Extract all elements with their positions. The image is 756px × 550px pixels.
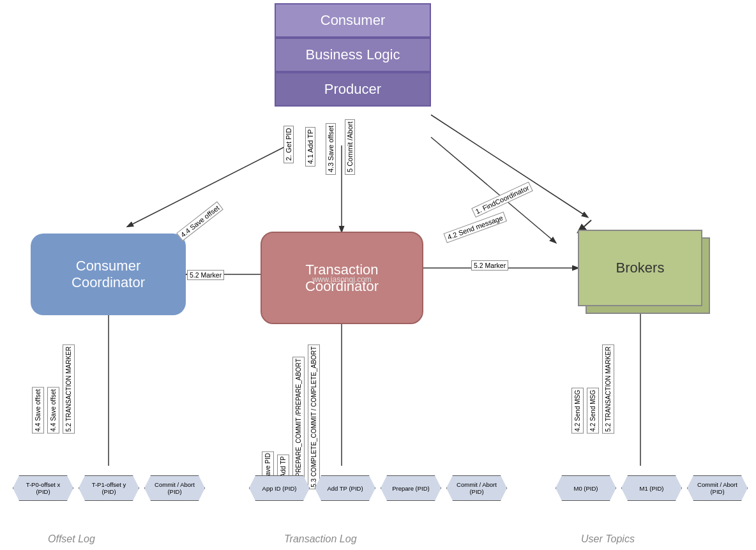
producer-box: Producer xyxy=(275,72,431,107)
prepare-commit-v: 5.1 PREPARE_COMMIT /PREPARE_ABORT xyxy=(292,357,305,489)
tx-log-item-3: Commit / Abort (PID) xyxy=(446,475,507,501)
business-logic-box: Business Logic xyxy=(275,38,431,72)
tx-log-item-0: App ID (PID) xyxy=(249,475,310,501)
user-topics-item-0: M0 (PID) xyxy=(556,475,616,501)
save-offset-44-diag-label: 4.4 Save offset xyxy=(176,201,223,241)
complete-commit-v: 5.3 COMPLETE_COMMIT / COMPLETE_ABORT xyxy=(308,345,320,489)
tx-log-item-1: Add TP (PID) xyxy=(315,475,375,501)
send-msg-v1: 4.2 Send MSG xyxy=(571,388,584,434)
send-msg-v2: 4.2 Send MSG xyxy=(587,388,599,434)
add-tp-label: 4.1 Add TP xyxy=(305,127,315,167)
offset-log-item-2: Commit / Abort (PID) xyxy=(144,475,205,501)
offset-log-item-0: T-P0-offset x (PID) xyxy=(13,475,73,501)
marker-left-label: 5.2 Marker xyxy=(187,270,224,280)
svg-line-7 xyxy=(431,137,556,242)
tx-marker-v1: 5.2 TRANSACTION MARKER xyxy=(63,345,75,434)
tx-marker-v2: 5.2 TRANSACTION MARKER xyxy=(602,345,614,434)
offset-log-vert-labels: 4.4 Save offset 4.4 Save offset 5.2 TRAN… xyxy=(32,345,75,434)
tx-log-label: Transaction Log xyxy=(284,533,357,545)
user-topics-label: User Topics xyxy=(581,533,635,545)
marker-right-label: 5.2 Marker xyxy=(471,260,508,271)
user-topics-items: M0 (PID) M1 (PID) Commit / Abort (PID) xyxy=(556,475,748,501)
user-topics-vert-labels: 4.2 Send MSG 4.2 Send MSG 5.2 TRANSACTIO… xyxy=(571,345,614,434)
user-topics-item-2: Commit / Abort (PID) xyxy=(687,475,748,501)
brokers-front: Brokers xyxy=(578,230,702,306)
user-topics-item-1: M1 (PID) xyxy=(621,475,682,501)
tx-log-vert-labels: 2. Save PID 4.1 Add TP 5.1 PREPARE_COMMI… xyxy=(262,345,320,489)
commit-abort-5-label: 5 Commit /Abort xyxy=(345,119,355,175)
offset-log-items: T-P0-offset x (PID) T-P1-offset y (PID) … xyxy=(13,475,205,501)
consumer-box: Consumer xyxy=(275,3,431,38)
diagram-container: Consumer Business Logic Producer Transac… xyxy=(0,0,756,550)
save-offset-43-label: 4.3 Save offset xyxy=(326,123,336,175)
offset-log-label: Offset Log xyxy=(48,533,95,545)
save-offset-44-v1: 4.4 Save offset xyxy=(32,387,44,434)
watermark: www.jasongj.com xyxy=(312,275,372,284)
save-offset-44-v2: 4.4 Save offset xyxy=(47,387,59,434)
tx-log-items: App ID (PID) Add TP (PID) Prepare (PID) … xyxy=(249,475,507,501)
tx-log-item-2: Prepare (PID) xyxy=(381,475,441,501)
transaction-coordinator: TransactionCoordinator www.jasongj.com xyxy=(261,232,423,324)
consumer-coordinator: ConsumerCoordinator xyxy=(31,234,186,315)
top-stack: Consumer Business Logic Producer xyxy=(275,3,431,107)
get-pid-label: 2. Get PID xyxy=(284,126,294,163)
consumer-coordinator-label: ConsumerCoordinator xyxy=(72,258,145,291)
offset-log-item-1: T-P1-offset y (PID) xyxy=(79,475,139,501)
